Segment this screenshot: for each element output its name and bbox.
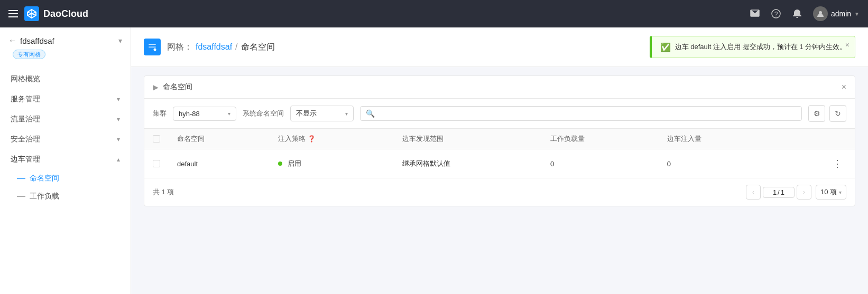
page-size-select[interactable]: 10 项 ▾ <box>816 185 846 200</box>
sidebar-item-service[interactable]: 服务管理 ▾ <box>0 89 131 109</box>
total-count: 共 1 项 <box>153 187 174 197</box>
messages-icon[interactable] <box>750 8 760 19</box>
page-header-icon <box>144 39 161 55</box>
sidebar-item-service-label: 服务管理 <box>11 94 40 104</box>
select-all-checkbox[interactable] <box>153 135 160 143</box>
row-sidecar-range-cell: 继承网格默认值 <box>394 149 542 178</box>
row-checkbox-cell <box>144 149 169 178</box>
page-header: 网格： fdsaffdsaf / 命名空间 ✅ 边车 default 注入启用 … <box>131 27 868 67</box>
help-icon[interactable]: ? <box>771 8 781 19</box>
sidebar-sub-item-namespace[interactable]: — 命名空间 <box>0 169 131 187</box>
breadcrumb-mesh: fdsaffdsaf <box>196 42 232 52</box>
filter-actions: ⚙ ↻ <box>808 105 846 122</box>
traffic-chevron-icon: ▾ <box>117 116 120 123</box>
logo-icon <box>24 6 39 21</box>
refresh-icon[interactable]: ↻ <box>829 105 846 122</box>
cluster-select-value: hyh-88 <box>179 110 225 118</box>
sidebar-sub-item-namespace-label: 命名空间 <box>30 174 59 183</box>
table-header-sidecar-inject: 边车注入量 <box>659 129 775 149</box>
user-name: admin <box>831 10 851 18</box>
table-header-name: 命名空间 <box>169 129 270 149</box>
sidebar-back-icon[interactable]: ← <box>8 36 17 45</box>
notification-close-icon[interactable]: × <box>845 41 849 49</box>
table-header-checkbox <box>144 129 169 149</box>
cluster-select-arrow-icon: ▾ <box>228 111 230 117</box>
sidebar-collapse-icon[interactable]: ▾ <box>118 36 122 45</box>
row-workload-count: 0 <box>550 160 554 168</box>
section-header: ▶ 命名空间 × <box>144 76 855 99</box>
sidebar-item-traffic-label: 流量治理 <box>11 115 40 124</box>
sidebar-item-sidecar[interactable]: 边车管理 ▴ <box>0 149 131 169</box>
row-sidecar-inject-cell: 0 <box>659 149 775 178</box>
page-header-left: 网格： fdsaffdsaf / 命名空间 <box>144 39 275 55</box>
total-pages: 1 <box>781 188 784 196</box>
topnav-actions: ? admin ▼ <box>750 6 860 21</box>
search-icon: 🔍 <box>366 109 375 118</box>
menu-icon[interactable] <box>8 10 18 17</box>
breadcrumb-current: 命名空间 <box>241 42 275 53</box>
main-content: 网格： fdsaffdsaf / 命名空间 ✅ 边车 default 注入启用 … <box>131 27 868 294</box>
content-area: ▶ 命名空间 × 集群 hyh-88 ▾ 系统命名空间 不显示 ▾ <box>131 67 868 294</box>
svg-text:?: ? <box>774 11 778 18</box>
page-size-value: 10 项 <box>820 187 837 197</box>
system-ns-select-value: 不显示 <box>296 109 342 118</box>
filters-bar: 集群 hyh-88 ▾ 系统命名空间 不显示 ▾ 🔍 <box>144 99 855 129</box>
page-prev-icon[interactable]: ‹ <box>746 185 761 200</box>
system-ns-filter-label: 系统命名空间 <box>243 109 284 118</box>
sidebar-item-sidecar-label: 边车管理 <box>11 155 40 164</box>
breadcrumb-label: 网格： <box>167 42 192 53</box>
row-inject-policy-cell: 启用 <box>270 149 394 178</box>
sidebar-item-overview-label: 网格概览 <box>11 74 40 84</box>
notification-text: 边车 default 注入启用 提交成功，预计在 1 分钟内生效。 <box>675 42 846 52</box>
row-inject-policy: 启用 <box>288 159 301 167</box>
sidebar-item-traffic[interactable]: 流量治理 ▾ <box>0 109 131 129</box>
namespace-table: 命名空间 注入策略 ❓ 边车发现范围 <box>144 129 855 178</box>
row-more-icon[interactable]: ⋮ <box>828 156 846 172</box>
row-checkbox[interactable] <box>153 160 160 167</box>
table-header-workload-count: 工作负载量 <box>542 129 659 149</box>
namespace-dash-icon: — <box>17 174 25 183</box>
sidebar-item-overview[interactable]: 网格概览 <box>0 69 131 89</box>
inject-status-dot <box>278 162 282 166</box>
search-input[interactable] <box>378 110 796 118</box>
svg-point-5 <box>154 49 156 51</box>
namespace-section: ▶ 命名空间 × 集群 hyh-88 ▾ 系统命名空间 不显示 ▾ <box>144 75 855 206</box>
system-ns-select[interactable]: 不显示 ▾ <box>290 106 354 121</box>
row-workload-count-cell: 0 <box>542 149 659 178</box>
table-row: default 启用 继承网格默认值 0 <box>144 149 855 178</box>
sidebar-item-security-label: 安全治理 <box>11 135 40 144</box>
page-next-icon[interactable]: › <box>797 185 811 200</box>
user-menu[interactable]: admin ▼ <box>813 6 860 21</box>
row-name: default <box>177 160 198 168</box>
row-actions: ⋮ <box>784 156 846 172</box>
section-title: 命名空间 <box>163 82 192 92</box>
topnav: DaoCloud ? admin ▼ <box>0 0 868 27</box>
cluster-select[interactable]: hyh-88 ▾ <box>173 107 236 121</box>
mesh-type-badge: 专有网格 <box>13 50 45 59</box>
page-input: 1 / 1 <box>763 187 795 198</box>
sidebar-navigation: 网格概览 服务管理 ▾ 流量治理 ▾ 安全治理 ▾ 边车管理 ▴ — 命名空间 <box>0 65 131 210</box>
table-header-actions <box>775 129 855 149</box>
row-actions-cell: ⋮ <box>775 149 855 178</box>
sidebar: ← fdsaffdsaf ▾ 专有网格 网格概览 服务管理 ▾ 流量治理 ▾ 安… <box>0 27 131 294</box>
current-page: 1 <box>773 188 777 196</box>
pagination: ‹ 1 / 1 › <box>746 185 811 200</box>
table-footer: 共 1 项 ‹ 1 / 1 › 10 项 <box>144 178 855 206</box>
avatar <box>813 6 828 21</box>
sidebar-item-security[interactable]: 安全治理 ▾ <box>0 129 131 149</box>
service-chevron-icon: ▾ <box>117 96 120 103</box>
sidebar-sub-item-workload-label: 工作负载 <box>30 192 59 201</box>
notification-icon[interactable] <box>792 8 802 19</box>
settings-icon[interactable]: ⚙ <box>808 105 825 122</box>
inject-policy-help-icon[interactable]: ❓ <box>308 135 316 143</box>
section-close-icon[interactable]: × <box>842 82 846 92</box>
breadcrumb-sep: / <box>235 42 237 52</box>
section-chevron-icon[interactable]: ▶ <box>153 83 159 91</box>
table-header-inject-policy: 注入策略 ❓ <box>270 129 394 149</box>
sidebar-badge-area: 专有网格 <box>0 50 131 65</box>
mesh-icon <box>147 42 158 52</box>
sidebar-sub-item-workload[interactable]: — 工作负载 <box>0 187 131 205</box>
search-field[interactable]: 🔍 <box>360 106 802 121</box>
sidebar-header: ← fdsaffdsaf ▾ <box>0 27 131 50</box>
security-chevron-icon: ▾ <box>117 136 120 143</box>
